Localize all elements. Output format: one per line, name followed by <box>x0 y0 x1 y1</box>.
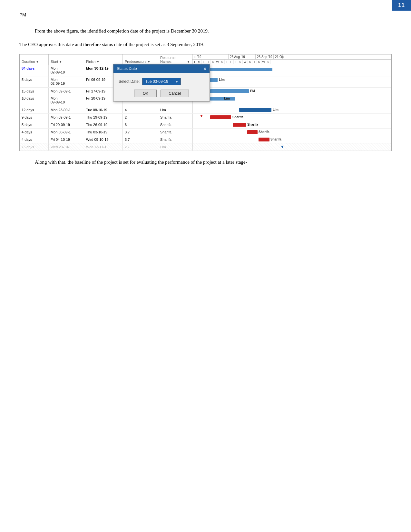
gantt-row-chart: Sharifa <box>192 129 391 136</box>
gantt-chart-header: ul '19 26 Aug '19 23 Sep '19 21 Oc T M F… <box>192 54 391 65</box>
day-W2: W <box>243 60 248 64</box>
day-T3: T <box>225 60 229 64</box>
table-row: 4 days Fri 04-10-19 Wed 09-10-19 3,7 Sha… <box>20 136 391 143</box>
date-value: Tue 03-09-19 <box>145 79 168 84</box>
gantt-bar-row4 <box>210 97 235 101</box>
col-header-duration[interactable]: Duration ▼ <box>20 54 49 65</box>
dialog-select-date-row: Select Date: Tue 03-09-19 ∨ <box>119 78 204 85</box>
gantt-row-chart: Sharifa <box>192 121 391 128</box>
col-header-finish[interactable]: Finish ▼ <box>84 54 123 65</box>
row-resource: Lim <box>158 143 192 150</box>
gantt-day-row: T M F T S W S T F T S W S T S W S <box>192 60 391 64</box>
status-date-dialog[interactable]: Status Date × Select Date: Tue 03-09-19 … <box>113 64 210 102</box>
gantt-label-lim3: Lim <box>273 108 279 111</box>
month-sep23: 23 Sep '19 <box>256 54 274 59</box>
day-S6: S <box>266 60 271 64</box>
day-T1: T <box>192 60 197 64</box>
gantt-row-chart: Sharifa <box>192 136 391 143</box>
row-finish: Thu 26-09-19 <box>84 121 123 128</box>
table-row: 5 days Fri 20-09-19 Thu 26-09-19 6 Shari… <box>20 121 391 129</box>
dialog-body: Select Date: Tue 03-09-19 ∨ OK Cancel <box>113 73 210 101</box>
row-duration: 10 days <box>20 95 49 106</box>
date-select-input[interactable]: Tue 03-09-19 ∨ <box>142 78 181 85</box>
gantt-bar-row6 <box>210 115 231 119</box>
row-duration: 4 days <box>20 136 49 143</box>
start-sort-arrow[interactable]: ▼ <box>59 60 62 63</box>
row-start: Mon02-09-19 <box>49 65 84 76</box>
row-start: Fri 20-09-19 <box>49 121 84 128</box>
row-duration: 5 days <box>20 76 49 87</box>
row-start: Wed 23-10-1 <box>49 143 84 150</box>
row-finish: Tue 08-10-19 <box>84 106 123 113</box>
row-start: Mon09-09-19 <box>49 95 84 106</box>
gantt-row-chart: ▼ Sharifa <box>192 114 391 121</box>
row-left: 4 days Fri 04-10-19 Wed 09-10-19 3,7 Sha… <box>20 136 192 143</box>
gantt-bar-row8 <box>247 130 258 134</box>
row-duration: 15 days <box>20 143 49 150</box>
table-row: 9 days Mon 09-09-1 Thu 19-09-19 2 Sharif… <box>20 114 391 121</box>
page-number: 11 <box>392 0 411 11</box>
gantt-label-sharifa4: Sharifa <box>270 138 281 141</box>
gantt-header: Duration ▼ Start ▼ Finish ▼ Predecessors… <box>20 54 391 65</box>
dialog-titlebar: Status Date × <box>113 64 210 73</box>
row-duration: 9 days <box>20 114 49 121</box>
row-pred: 6 <box>123 121 158 128</box>
row-resource: Sharifa <box>158 121 192 128</box>
gantt-header-left: Duration ▼ Start ▼ Finish ▼ Predecessors… <box>20 54 192 65</box>
cancel-button[interactable]: Cancel <box>161 90 189 97</box>
paragraph-3: Along with that, the baseline of the pro… <box>19 158 392 166</box>
day-F2: F <box>229 60 234 64</box>
day-S3: S <box>238 60 243 64</box>
gantt-bar-summary <box>201 68 272 71</box>
row-start: Fri 04-10-19 <box>49 136 84 143</box>
row-duration: 12 days <box>20 106 49 113</box>
gantt-label-sharifa3: Sharifa <box>259 130 269 134</box>
row-resource: Sharifa <box>158 114 192 121</box>
row-start: Mon 09-09-1 <box>49 114 84 121</box>
day-S5: S <box>257 60 261 64</box>
gantt-label-sharifa1: Sharifa <box>232 115 243 119</box>
gantt-bar-row7 <box>233 123 246 127</box>
row-finish: Wed 13-11-19 <box>84 143 123 150</box>
gantt-bar-row5 <box>239 108 271 112</box>
gantt-bar-row9 <box>259 138 269 141</box>
dialog-close-button[interactable]: × <box>204 66 206 71</box>
dialog-title: Status Date <box>117 66 137 71</box>
row-left: 15 days Wed 23-10-1 Wed 13-11-19 2,7 Lim <box>20 143 192 150</box>
day-F1: F <box>202 60 206 64</box>
duration-sort-arrow[interactable]: ▼ <box>36 60 39 63</box>
gantt-chart: Duration ▼ Start ▼ Finish ▼ Predecessors… <box>19 54 392 151</box>
row-left: 5 days Fri 20-09-19 Thu 26-09-19 6 Shari… <box>20 121 192 128</box>
day-W1: W <box>215 60 220 64</box>
row-duration: 15 days <box>20 88 49 95</box>
row-resource: Sharifa <box>158 129 192 136</box>
resource-sort-arrow[interactable]: ▼ <box>187 60 190 63</box>
row-duration: 84 days <box>20 65 49 76</box>
row-start: Mon 09-09-1 <box>49 88 84 95</box>
col-header-resource-names[interactable]: Resource Names ▼ <box>158 54 192 65</box>
row-duration: 5 days <box>20 121 49 128</box>
day-S4: S <box>248 60 252 64</box>
row-pred: 3,7 <box>123 136 158 143</box>
row-pred: 2,7 <box>123 143 158 150</box>
gantt-row-chart: PM <box>192 88 391 95</box>
finish-sort-arrow[interactable]: ▼ <box>96 60 99 63</box>
select-date-label: Select Date: <box>119 79 140 84</box>
col-header-predecessors[interactable]: Predecessors ▼ <box>123 54 158 65</box>
gantt-month-row: ul '19 26 Aug '19 23 Sep '19 21 Oc <box>192 54 391 60</box>
gantt-label-lim2: Lim <box>224 97 230 100</box>
col-header-start[interactable]: Start ▼ <box>49 54 84 65</box>
row-resource: Sharifa <box>158 136 192 143</box>
ok-button[interactable]: OK <box>134 90 157 97</box>
date-dropdown-arrow[interactable]: ∨ <box>176 80 178 83</box>
paragraph-1: From the above figure, the identified co… <box>19 27 392 35</box>
pred-sort-arrow[interactable]: ▼ <box>147 60 150 63</box>
row-pred: 4 <box>123 106 158 113</box>
table-row: 4 days Mon 30-09-1 Thu 03-10-19 3,7 Shar… <box>20 129 391 136</box>
gantt-label-sharifa2: Sharifa <box>247 123 258 126</box>
gantt-row-chart: Lim <box>192 95 391 106</box>
day-T6: T <box>271 60 275 64</box>
month-jul19: ul '19 <box>192 54 229 59</box>
day-S2: S <box>220 60 225 64</box>
day-W3: W <box>261 60 267 64</box>
